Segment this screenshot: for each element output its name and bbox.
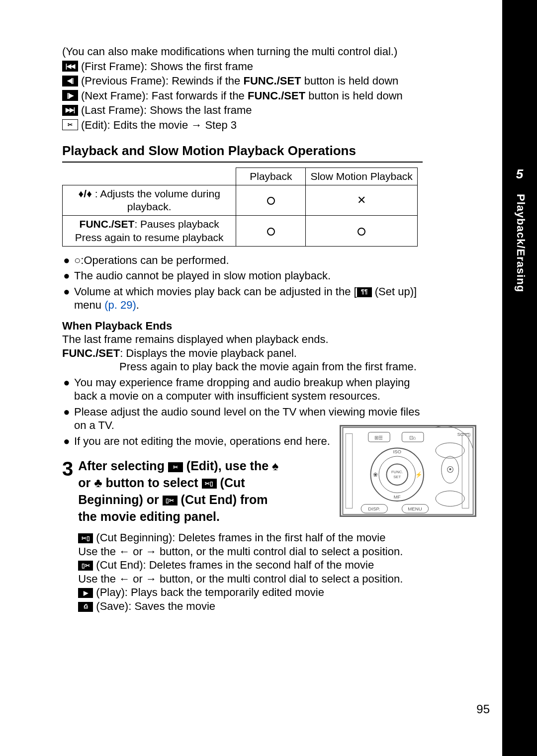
save-icon: ⎙ bbox=[78, 602, 93, 612]
cell-vol-slow: ✕ bbox=[306, 185, 418, 216]
svg-text:⚡: ⚡ bbox=[415, 471, 423, 478]
svg-text:FUNC.: FUNC. bbox=[391, 470, 403, 474]
bullet-ops: ○:Operations can be performed. bbox=[74, 253, 423, 267]
col-slowmotion: Slow Motion Playback bbox=[306, 168, 418, 185]
arrow-right-icon: → bbox=[146, 545, 157, 558]
cell-vol-playback bbox=[236, 185, 306, 216]
page-content: (You can also make modifications when tu… bbox=[62, 45, 423, 613]
first-frame-icon: |◀◀ bbox=[62, 61, 78, 72]
previous-frame-icon: ◀|| bbox=[62, 76, 78, 86]
step-3-body: ✂▯ (Cut Beginning): Deletes frames in th… bbox=[78, 531, 423, 613]
svg-text:⊞☰: ⊞☰ bbox=[374, 435, 383, 440]
cut-beginning-icon-inline: ✂▯ bbox=[202, 479, 217, 489]
next-frame-icon: ||▶ bbox=[62, 90, 78, 101]
below-table-bullets: ●○:Operations can be performed. ●The aud… bbox=[62, 253, 423, 312]
play-icon: ▶ bbox=[78, 588, 93, 598]
previous-frame-text: (Previous Frame): Rewinds if the FUNC./S… bbox=[81, 74, 423, 88]
operations-table: Playback Slow Motion Playback ♦/♦ : Adju… bbox=[62, 168, 418, 247]
cell-fs-playback bbox=[236, 216, 306, 247]
last-frame-text: (Last Frame): Shows the last frame bbox=[81, 103, 423, 117]
when-playback-ends-heading: When Playback Ends bbox=[62, 319, 423, 333]
last-frame-icon: ▶▶| bbox=[62, 105, 78, 116]
svg-text:⦿: ⦿ bbox=[447, 465, 454, 474]
chapter-sidebar: 5 Playback/Erasing bbox=[502, 0, 537, 756]
svg-text:MENU: MENU bbox=[408, 506, 422, 511]
step-number: 3 bbox=[62, 459, 73, 613]
svg-text:⊡⌂: ⊡⌂ bbox=[409, 435, 416, 440]
cut-beginning-icon: ✂▯ bbox=[78, 533, 93, 543]
cut-end-icon-inline: ▯✂ bbox=[163, 496, 178, 505]
svg-text:SET: SET bbox=[393, 475, 401, 479]
cut-end-icon: ▯✂ bbox=[78, 561, 93, 571]
page-number: 95 bbox=[476, 702, 490, 716]
first-frame-text: (First Frame): Shows the first frame bbox=[81, 60, 423, 74]
svg-text:SCN▢: SCN▢ bbox=[457, 432, 471, 437]
camera-illustration: ⊞☰ ⊡⌂ FUNC. SET ISO MF ❀ ⚡ ⦿ DISP. MENU bbox=[340, 425, 476, 517]
svg-text:ISO: ISO bbox=[393, 449, 401, 454]
svg-text:MF: MF bbox=[394, 494, 401, 500]
bullet-audio: The audio cannot be played in slow motio… bbox=[74, 269, 423, 283]
intro-text: (You can also make modifications when tu… bbox=[62, 45, 423, 59]
edit-text: (Edit): Edits the movie → Step 3 bbox=[81, 118, 423, 132]
when-ends-line: The last frame remains displayed when pl… bbox=[62, 333, 423, 346]
next-frame-text: (Next Frame): Fast forwards if the FUNC.… bbox=[81, 89, 423, 103]
section-heading: Playback and Slow Motion Playback Operat… bbox=[62, 143, 423, 163]
edit-icon: ✂ bbox=[62, 119, 78, 130]
svg-text:❀: ❀ bbox=[373, 471, 378, 478]
row-volume: ♦/♦ : Adjusts the volume during playback… bbox=[63, 185, 236, 216]
chapter-number: 5 bbox=[502, 167, 537, 182]
funcset-line: FUNC./SET: Displays the movie playback p… bbox=[62, 346, 423, 360]
bullet-volume: Volume at which movies play back can be … bbox=[74, 285, 423, 312]
funcset-sub: Press again to play back the movie again… bbox=[119, 360, 423, 374]
chapter-label: Playback/Erasing bbox=[514, 194, 527, 292]
col-playback: Playback bbox=[236, 168, 306, 185]
arrow-left-icon: ← bbox=[119, 545, 130, 558]
xref-p29[interactable]: (p. 29) bbox=[104, 299, 136, 311]
setup-icon: ¶¶ bbox=[357, 287, 372, 297]
tip-framedrop: You may experience frame dropping and au… bbox=[74, 376, 423, 403]
svg-text:DISP.: DISP. bbox=[368, 506, 380, 511]
step-3-title: After selecting ✂ (Edit), use the ♠ or ♣… bbox=[78, 458, 287, 525]
frame-icon-list: |◀◀ (First Frame): Shows the first frame… bbox=[62, 60, 423, 132]
cell-fs-slow bbox=[306, 216, 418, 247]
edit-icon-inline: ✂ bbox=[168, 462, 183, 472]
row-funcset: FUNC./SET: Pauses playback Press again t… bbox=[63, 216, 236, 247]
